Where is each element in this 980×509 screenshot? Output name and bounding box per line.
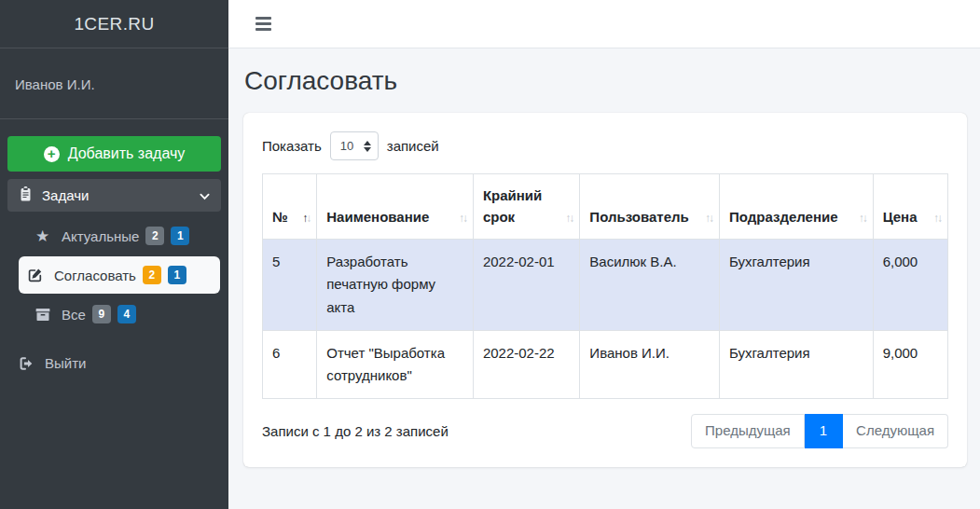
table-row[interactable]: 6 Отчет "Выработка сотрудников" 2022-02-… bbox=[263, 330, 948, 399]
pagination: Предыдущая 1 Следующая bbox=[691, 414, 948, 448]
sidebar-item-logout[interactable]: Выйти bbox=[0, 350, 228, 377]
logout-icon bbox=[19, 356, 45, 371]
table-row[interactable]: 5 Разработать печатную форму акта 2022-0… bbox=[263, 240, 948, 331]
sidebar-item-actual-label: Актуальные bbox=[62, 228, 139, 244]
sort-icon[interactable]: ↑↓ bbox=[459, 210, 468, 227]
cell-department: Бухгалтерия bbox=[719, 330, 873, 399]
brand-logo[interactable]: 1CER.RU bbox=[0, 0, 228, 48]
main-area: Согласовать Показать 10 записей № ↑↓ bbox=[228, 0, 980, 509]
cell-name: Отчет "Выработка сотрудников" bbox=[317, 330, 474, 399]
cell-user: Иванов И.И. bbox=[580, 330, 720, 399]
cell-deadline: 2022-02-22 bbox=[473, 330, 579, 399]
badge-count-blue: 1 bbox=[168, 266, 186, 284]
page-length-select[interactable]: 10 bbox=[330, 131, 379, 160]
sidebar-submenu: ★ Актуальные 2 1 Согласовать 2 1 bbox=[0, 221, 228, 377]
hamburger-menu-icon[interactable] bbox=[252, 13, 275, 34]
table-card: Показать 10 записей № ↑↓ Наименование bbox=[243, 113, 967, 467]
cell-department: Бухгалтерия bbox=[719, 240, 873, 331]
pagination-previous-button[interactable]: Предыдущая bbox=[691, 414, 805, 448]
pagination-page-1-button[interactable]: 1 bbox=[805, 414, 843, 448]
column-header-user[interactable]: Пользователь ↑↓ bbox=[580, 174, 720, 240]
badge-count-gray: 9 bbox=[92, 305, 111, 323]
show-label: Показать bbox=[262, 138, 322, 154]
cell-price: 6,000 bbox=[873, 240, 947, 331]
sidebar-item-actual[interactable]: ★ Актуальные 2 1 bbox=[0, 221, 228, 251]
sort-icon[interactable]: ↑↓ bbox=[933, 210, 943, 227]
column-header-number[interactable]: № ↑↓ bbox=[263, 174, 317, 240]
topbar bbox=[228, 0, 980, 48]
user-panel: Иванов И.И. bbox=[0, 48, 228, 119]
content: Согласовать Показать 10 записей № ↑↓ bbox=[228, 48, 980, 509]
edit-icon bbox=[28, 268, 54, 282]
entries-label: записей bbox=[387, 138, 439, 154]
sidebar-item-all[interactable]: Все 9 4 bbox=[0, 299, 228, 329]
tasks-table: № ↑↓ Наименование ↑↓ Крайний срок ↑↓ П bbox=[262, 173, 948, 399]
page-length-value: 10 bbox=[340, 139, 353, 153]
table-header-row: № ↑↓ Наименование ↑↓ Крайний срок ↑↓ П bbox=[263, 174, 948, 240]
cell-user: Василюк В.А. bbox=[580, 240, 720, 331]
plus-circle-icon: + bbox=[44, 146, 60, 162]
cell-number: 5 bbox=[263, 240, 317, 331]
add-task-button[interactable]: + Добавить задачу bbox=[7, 136, 221, 172]
sort-icon[interactable]: ↑↓ bbox=[565, 210, 574, 227]
sidebar-item-tasks-label: Задачи bbox=[42, 187, 190, 203]
select-stepper-icon bbox=[364, 141, 371, 152]
sidebar-item-all-label: Все bbox=[62, 307, 86, 323]
cell-deadline: 2022-02-01 bbox=[473, 240, 579, 331]
sidebar-item-tasks[interactable]: Задачи bbox=[7, 179, 221, 212]
column-header-name[interactable]: Наименование ↑↓ bbox=[317, 174, 474, 240]
cell-price: 9,000 bbox=[873, 330, 947, 399]
cell-name: Разработать печатную форму акта bbox=[317, 240, 474, 331]
column-header-deadline[interactable]: Крайний срок ↑↓ bbox=[473, 174, 579, 240]
column-header-price[interactable]: Цена ↑↓ bbox=[873, 174, 947, 240]
sort-icon[interactable]: ↑↓ bbox=[859, 210, 868, 227]
badge-count-blue: 4 bbox=[117, 305, 136, 323]
clipboard-icon bbox=[19, 186, 33, 204]
sidebar-item-approve-label: Согласовать bbox=[54, 268, 136, 283]
add-task-label: Добавить задачу bbox=[68, 145, 186, 162]
sidebar: 1CER.RU Иванов И.И. + Добавить задачу За… bbox=[0, 0, 228, 509]
table-footer: Записи с 1 до 2 из 2 записей Предыдущая … bbox=[262, 414, 948, 448]
badge-count-gray: 2 bbox=[145, 227, 164, 245]
sidebar-item-approve[interactable]: Согласовать 2 1 bbox=[19, 256, 220, 294]
badge-count-orange: 2 bbox=[143, 266, 161, 284]
cell-number: 6 bbox=[263, 330, 317, 399]
sidebar-item-logout-label: Выйти bbox=[45, 355, 86, 371]
sort-icon[interactable]: ↑↓ bbox=[302, 210, 311, 227]
archive-box-icon bbox=[35, 308, 62, 322]
pagination-next-button[interactable]: Следующая bbox=[843, 414, 948, 448]
star-icon: ★ bbox=[35, 228, 62, 244]
chevron-down-icon bbox=[200, 187, 210, 203]
badge-count-blue: 1 bbox=[171, 227, 189, 245]
records-info: Записи с 1 до 2 из 2 записей bbox=[262, 423, 449, 439]
user-name: Иванов И.И. bbox=[15, 76, 95, 92]
column-header-department[interactable]: Подразделение ↑↓ bbox=[719, 174, 873, 240]
page-title: Согласовать bbox=[244, 66, 967, 96]
sort-icon[interactable]: ↑↓ bbox=[705, 210, 714, 227]
page-length-control: Показать 10 записей bbox=[262, 131, 948, 160]
